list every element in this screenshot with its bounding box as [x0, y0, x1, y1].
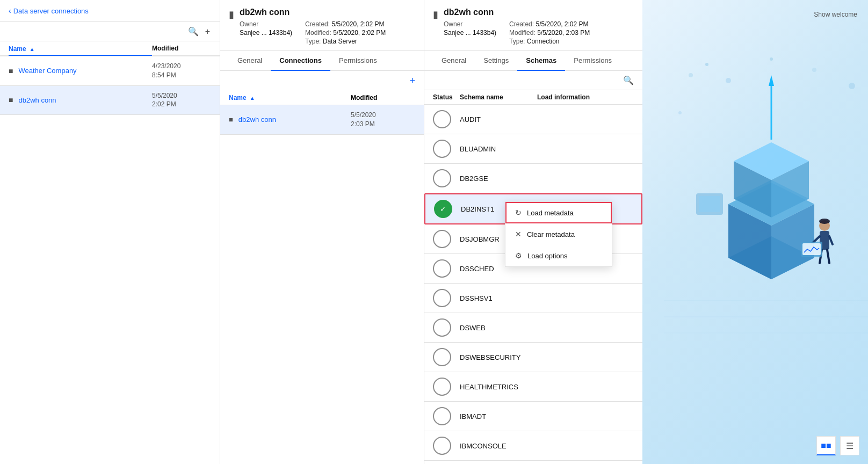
settings-icon: ⚙ — [515, 251, 522, 260]
schema-status-empty — [433, 230, 451, 248]
right-created-row: Created: 5/5/2020, 2:02 PM — [509, 20, 590, 28]
conn-icon: ■ — [229, 115, 233, 124]
list-item[interactable]: ■ Weather Company 4/23/20208:54 PM — [0, 56, 220, 86]
list-column-headers: Name ▲ Modified — [0, 41, 220, 56]
schema-row[interactable]: HEALTHMETRICS — [424, 372, 642, 402]
svg-point-1 — [705, 63, 708, 66]
svg-rect-27 — [699, 196, 720, 212]
dropdown-item-label: Load metadata — [527, 209, 574, 217]
item-modified: 4/23/20208:54 PM — [152, 62, 211, 80]
context-menu: ↻ Load metadata ✕ Clear metadata ⚙ Load … — [505, 201, 612, 267]
connections-list: ■ db2wh conn 5/5/20202:03 PM — [220, 105, 424, 135]
tab-right-settings[interactable]: Settings — [475, 51, 517, 71]
name-column-header[interactable]: Name ▲ — [9, 45, 152, 56]
search-button[interactable]: 🔍 — [187, 25, 200, 38]
dropdown-item-clear-metadata[interactable]: ✕ Clear metadata — [505, 223, 612, 245]
schema-status-empty — [433, 378, 451, 396]
svg-line-21 — [829, 236, 833, 244]
schema-status-empty — [433, 110, 451, 128]
svg-point-2 — [726, 78, 731, 83]
schema-name: DSSHSV1 — [460, 294, 537, 302]
dates-group: Created: 5/5/2020, 2:02 PM Modified: 5/5… — [305, 20, 386, 45]
sort-arrow-icon: ▲ — [30, 46, 35, 52]
dropdown-item-load-options[interactable]: ⚙ Load options — [505, 245, 612, 266]
tab-permissions[interactable]: Permissions — [330, 51, 386, 71]
schema-row[interactable]: IBMOTS — [424, 461, 642, 464]
schema-row[interactable]: AUDIT — [424, 105, 642, 134]
status-column-header: Status — [433, 93, 460, 101]
tab-connections[interactable]: Connections — [271, 51, 330, 71]
right-panel: ▮ db2wh conn Owner Sanjee ... 1433b4) Cr… — [424, 0, 642, 464]
add-button[interactable]: + — [204, 26, 211, 38]
left-panel: ‹ Data server connections 🔍 + Name ▲ Mod… — [0, 0, 220, 464]
svg-point-0 — [689, 73, 693, 77]
middle-panel-meta: Owner Sanjee ... 1433b4) Created: 5/5/20… — [240, 20, 386, 45]
schema-name: AUDIT — [460, 115, 537, 124]
data-source-list: ■ Weather Company 4/23/20208:54 PM ■ db2… — [0, 56, 220, 115]
view-toggle-toolbar: ■■ ☰ — [816, 436, 859, 455]
schema-toolbar: 🔍 — [424, 71, 642, 90]
right-type-row: Type: Connection — [509, 38, 590, 45]
connections-table-header: Name ▲ Modified — [220, 91, 424, 105]
item-name: db2wh conn — [18, 96, 152, 104]
conn-name: db2wh conn — [238, 115, 351, 124]
schema-status-empty — [433, 318, 451, 337]
tab-general[interactable]: General — [229, 51, 271, 71]
modified-column-header: Modified — [152, 45, 211, 52]
connection-icon: ▮ — [433, 9, 438, 20]
schema-status-empty — [433, 169, 451, 187]
schema-row[interactable]: IBMCONSOLE — [424, 431, 642, 461]
item-name: Weather Company — [18, 67, 152, 75]
right-modified-row: Modified: 5/5/2020, 2:03 PM — [509, 29, 590, 37]
tab-right-schemas[interactable]: Schemas — [517, 51, 565, 71]
svg-point-3 — [770, 57, 773, 61]
illustration-svg — [664, 32, 868, 408]
dropdown-item-load-metadata[interactable]: ↻ Load metadata — [505, 202, 612, 223]
item-modified: 5/5/20202:02 PM — [152, 91, 211, 110]
schema-row[interactable]: DB2GSE — [424, 164, 642, 193]
schema-row[interactable]: IBMADT — [424, 402, 642, 431]
middle-panel-title: db2wh conn — [240, 8, 386, 17]
list-toolbar: 🔍 + — [0, 22, 220, 41]
schema-row[interactable]: DSWEB — [424, 313, 642, 343]
right-owner-value: Sanjee ... 1433b4) — [444, 29, 496, 37]
schema-status-empty — [433, 289, 451, 307]
created-row: Created: 5/5/2020, 2:02 PM — [305, 20, 386, 28]
back-link[interactable]: ‹ Data server connections — [9, 6, 89, 15]
middle-panel-header: ▮ db2wh conn Owner Sanjee ... 1433b4) Cr… — [220, 0, 424, 51]
dropdown-item-label: Clear metadata — [527, 230, 575, 238]
schema-name: IBMADT — [460, 412, 537, 421]
schema-status-empty — [433, 140, 451, 158]
svg-point-5 — [849, 83, 855, 89]
back-arrow-icon: ‹ — [9, 6, 11, 15]
svg-point-6 — [678, 111, 682, 114]
connection-row[interactable]: ■ db2wh conn 5/5/20202:03 PM — [220, 105, 424, 135]
tab-right-general[interactable]: General — [433, 51, 475, 71]
type-row: Type: Data Server — [305, 38, 386, 45]
right-dates-group: Created: 5/5/2020, 2:02 PM Modified: 5/5… — [509, 20, 590, 45]
dropdown-item-label: Load options — [527, 252, 567, 260]
schema-status-empty — [433, 437, 451, 455]
tab-right-permissions[interactable]: Permissions — [565, 51, 620, 71]
schema-row[interactable]: DSWEBSECURITY — [424, 343, 642, 372]
schema-name: HEALTHMETRICS — [460, 383, 537, 391]
list-view-button[interactable]: ☰ — [840, 436, 859, 455]
svg-line-23 — [827, 250, 829, 263]
right-tabs: General Settings Schemas Permissions — [424, 51, 642, 71]
illustration-area: Show welcome — [642, 0, 868, 464]
item-icon: ■ — [9, 96, 13, 104]
schema-status-empty — [433, 348, 451, 366]
list-item[interactable]: ■ db2wh conn 5/5/20202:02 PM — [0, 86, 220, 115]
schema-table-header: Status Schema name Load information — [424, 90, 642, 105]
svg-point-19 — [819, 219, 830, 224]
right-panel-meta: Owner Sanjee ... 1433b4) Created: 5/5/20… — [444, 20, 590, 45]
schema-name: BLUADMIN — [460, 145, 537, 153]
schema-search-button[interactable]: 🔍 — [623, 75, 634, 85]
schema-row[interactable]: BLUADMIN — [424, 134, 642, 164]
grid-view-button[interactable]: ■■ — [816, 436, 836, 455]
right-panel-header: ▮ db2wh conn Owner Sanjee ... 1433b4) Cr… — [424, 0, 642, 51]
conn-name-header: Name ▲ — [229, 94, 351, 102]
schema-row[interactable]: DSSHSV1 — [424, 284, 642, 313]
schema-name: DSWEB — [460, 324, 537, 332]
add-connection-button[interactable]: + — [409, 75, 415, 86]
